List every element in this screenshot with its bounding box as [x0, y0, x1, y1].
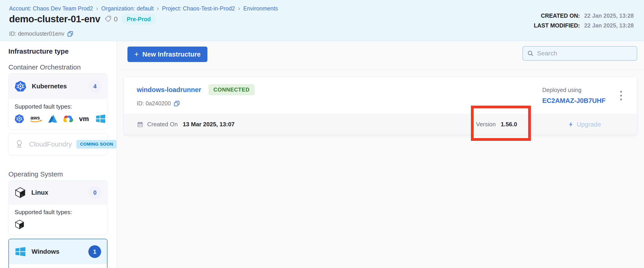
type-card-windows[interactable]: Windows 1 Supported fault types: [8, 239, 108, 268]
page-title: demo-cluster-01-env [9, 14, 100, 24]
svg-text:5.: 5. [20, 226, 23, 228]
env-type-badge: Pre-Prod [122, 14, 156, 24]
gcp-icon [62, 114, 74, 124]
breadcrumb-project[interactable]: Project: Chaos-Test-in-Prod2 [162, 5, 235, 12]
breadcrumb-account[interactable]: Account: Chaos Dev Team Prod2 [9, 5, 93, 12]
type-card-label: CloudFoundry [29, 140, 72, 148]
breadcrumb-organization[interactable]: Organization: default [101, 5, 154, 12]
deployed-using-label: Deployed using [542, 87, 606, 93]
created-on-label: CREATED ON: [541, 12, 580, 19]
windows-icon [15, 246, 26, 257]
search-input[interactable] [537, 50, 633, 57]
version-value: 1.56.0 [501, 121, 517, 128]
aws-icon: aws [28, 114, 43, 124]
kubernetes-icon [14, 80, 26, 92]
windows-icon [96, 114, 106, 124]
kubernetes-icon [14, 114, 24, 124]
type-card-linux[interactable]: 5. Linux 0 Supported fault types: 5. [8, 180, 108, 235]
deployed-using-link[interactable]: EC2AMAZ-J0B7UHF [542, 97, 606, 104]
sidebar-title: Infrastructure type [8, 48, 108, 55]
infrastructure-card: windows-loadrunner CONNECTED ID: 0a24020… [124, 77, 637, 134]
main-content: + New Infrastructure windows-loadrunner … [117, 41, 644, 268]
infrastructure-name-link[interactable]: windows-loadrunner [137, 86, 201, 94]
svg-text:aws: aws [30, 115, 40, 120]
status-badge: CONNECTED [208, 84, 255, 95]
last-modified-label: LAST MODIFIED: [534, 22, 580, 28]
linux-count-badge: 0 [88, 186, 101, 199]
upgrade-button[interactable]: Upgrade [532, 114, 637, 134]
created-on-label: Created On [147, 121, 178, 128]
plus-icon: + [134, 50, 139, 58]
cloudfoundry-icon [14, 139, 24, 150]
breadcrumb-separator: › [238, 5, 240, 12]
breadcrumb-environments[interactable]: Environments [243, 5, 278, 12]
search-box[interactable] [522, 46, 637, 61]
coming-soon-badge: COMING SOON [76, 140, 117, 148]
svg-text:vm: vm [79, 115, 89, 122]
created-on-value: 22 Jan 2025, 13:28 [584, 12, 634, 19]
new-infrastructure-button[interactable]: + New Infrastructure [128, 46, 208, 62]
type-card-label: Linux [31, 189, 83, 196]
copy-icon[interactable] [67, 31, 73, 37]
supported-fault-label: Supported fault types: [14, 209, 101, 216]
breadcrumb: Account: Chaos Dev Team Prod2 › Organiza… [9, 5, 278, 12]
section-container-orchestration: Container Orchestration [8, 63, 108, 71]
version-label: Version [476, 121, 496, 128]
infrastructure-id: ID: 0a240200 [137, 100, 171, 107]
created-on-value: 13 Mar 2025, 13:07 [183, 121, 234, 128]
last-modified-value: 22 Jan 2025, 13:28 [584, 22, 634, 28]
type-card-cloudfoundry: CloudFoundry COMING SOON [8, 133, 108, 155]
type-card-kubernetes[interactable]: Kubernetes 4 Supported fault types: [8, 73, 108, 130]
search-icon [527, 50, 534, 57]
windows-count-badge: 1 [88, 245, 101, 258]
breadcrumb-separator: › [157, 5, 159, 12]
breadcrumb-separator: › [96, 5, 98, 12]
tag-count: 0 [114, 15, 118, 23]
page-header: Account: Chaos Dev Team Prod2 › Organiza… [0, 0, 644, 41]
toolbar: + New Infrastructure [117, 41, 644, 70]
environment-id: ID: democluster01env [9, 30, 64, 37]
kubernetes-count-badge: 4 [88, 80, 101, 93]
section-operating-system: Operating System [8, 170, 108, 178]
more-options-menu[interactable] [616, 86, 626, 105]
calendar-icon [137, 121, 144, 128]
azure-icon [48, 114, 58, 124]
tag-icon [104, 15, 112, 23]
linux-icon: 5. [14, 187, 26, 198]
type-card-label: Windows [32, 248, 83, 255]
infrastructure-type-sidebar: Infrastructure type Container Orchestrat… [0, 41, 117, 268]
linux-icon: 5. [14, 220, 24, 230]
type-card-label: Kubernetes [32, 83, 83, 90]
vmware-icon: vm [78, 114, 91, 124]
svg-text:5.: 5. [21, 194, 24, 197]
copy-icon[interactable] [174, 100, 180, 107]
version-cell: Version 1.56.0 [461, 114, 532, 134]
lightning-icon [568, 122, 574, 128]
supported-fault-label: Supported fault types: [14, 103, 101, 110]
